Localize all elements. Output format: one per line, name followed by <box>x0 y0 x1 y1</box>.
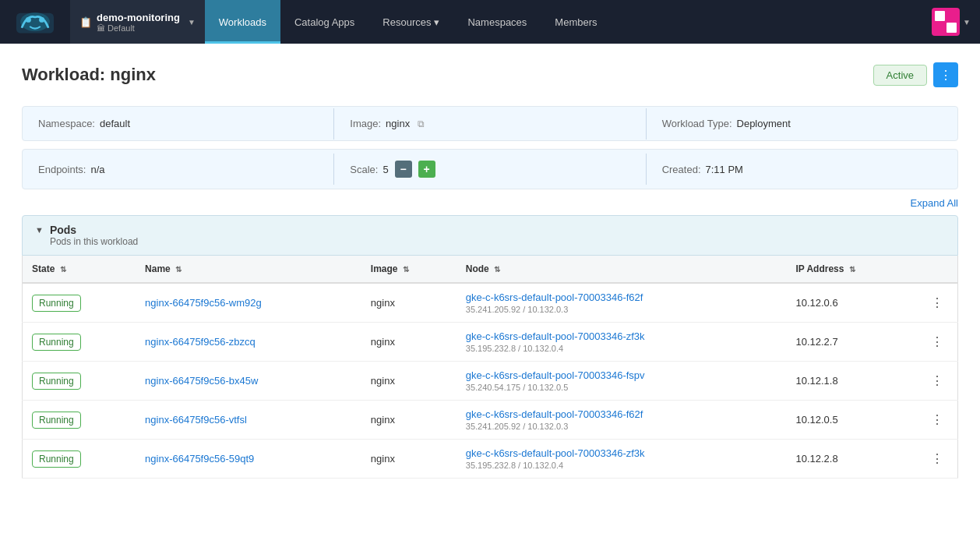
table-header-row: State ⇅ Name ⇅ Image ⇅ Node ⇅ <box>23 256 958 283</box>
pod-image-cell: nginx <box>361 283 457 323</box>
nav-link-members[interactable]: Members <box>541 0 611 44</box>
pod-actions-cell: ⋮ <box>917 283 958 323</box>
pod-actions-cell: ⋮ <box>917 362 958 401</box>
col-state[interactable]: State ⇅ <box>23 256 136 283</box>
pods-header: ▼ Pods Pods in this workload <box>22 215 958 256</box>
pod-actions-cell: ⋮ <box>917 323 958 362</box>
pod-node-link[interactable]: gke-c-k6srs-default-pool-70003346-zf3k <box>466 330 645 342</box>
pod-node-link[interactable]: gke-c-k6srs-default-pool-70003346-f62f <box>466 291 643 303</box>
pod-ip-cell: 10.12.2.7 <box>786 323 917 362</box>
pod-node-ip: 35.241.205.92 / 10.132.0.3 <box>466 422 777 431</box>
pod-state-cell: Running <box>23 362 136 401</box>
namespace-field: Namespace: default <box>23 107 333 140</box>
pod-state-cell: Running <box>23 323 136 362</box>
pod-node-ip: 35.241.205.92 / 10.132.0.3 <box>466 305 777 314</box>
scale-decrease-button[interactable]: − <box>395 161 412 178</box>
nav-project-selector[interactable]: 📋 demo-monitoring 🏛 Default ▼ <box>70 0 205 44</box>
status-badge: Active <box>873 65 927 86</box>
col-ip[interactable]: IP Address ⇅ <box>786 256 917 283</box>
state-badge: Running <box>32 373 81 390</box>
nav-logo[interactable] <box>0 0 70 44</box>
pod-row-menu-button[interactable]: ⋮ <box>926 372 948 390</box>
pod-row-menu-button[interactable]: ⋮ <box>926 294 948 312</box>
pod-node-cell: gke-c-k6srs-default-pool-70003346-zf3k 3… <box>457 440 787 479</box>
pod-image-cell: nginx <box>361 401 457 440</box>
scale-increase-button[interactable]: + <box>418 161 435 178</box>
pods-collapse-icon[interactable]: ▼ <box>35 225 44 235</box>
name-sort-icon: ⇅ <box>175 265 182 274</box>
pod-name-cell: nginx-66475f9c56-bx45w <box>136 362 361 401</box>
copy-image-icon[interactable]: ⧉ <box>418 118 425 129</box>
pod-node-link[interactable]: gke-c-k6srs-default-pool-70003346-f62f <box>466 408 643 420</box>
pod-image-cell: nginx <box>361 323 457 362</box>
pod-node-cell: gke-c-k6srs-default-pool-70003346-f62f 3… <box>457 283 787 323</box>
created-field: Created: 7:11 PM <box>647 153 957 186</box>
table-row: Running nginx-66475f9c56-zbzcq nginx gke… <box>23 323 958 362</box>
state-badge: Running <box>32 412 81 429</box>
svg-point-2 <box>26 17 31 23</box>
pod-name-link[interactable]: nginx-66475f9c56-bx45w <box>145 375 258 387</box>
pod-name-link[interactable]: nginx-66475f9c56-zbzcq <box>145 336 256 348</box>
actions-menu-button[interactable]: ⋮ <box>933 62 958 87</box>
project-icon: 📋 <box>79 16 92 28</box>
table-row: Running nginx-66475f9c56-vtfsl nginx gke… <box>23 401 958 440</box>
pod-name-cell: nginx-66475f9c56-wm92g <box>136 283 361 323</box>
nav-link-resources[interactable]: Resources ▾ <box>368 0 453 44</box>
pod-name-link[interactable]: nginx-66475f9c56-59qt9 <box>145 453 254 465</box>
pods-title: Pods <box>50 224 138 236</box>
user-menu-chevron-icon[interactable]: ▼ <box>963 18 971 26</box>
pod-name-cell: nginx-66475f9c56-59qt9 <box>136 440 361 479</box>
pod-name-cell: nginx-66475f9c56-zbzcq <box>136 323 361 362</box>
pod-name-cell: nginx-66475f9c56-vtfsl <box>136 401 361 440</box>
pod-ip-cell: 10.12.2.8 <box>786 440 917 479</box>
expand-all-container: Expand All <box>22 197 958 209</box>
nav-links: Workloads Catalog Apps Resources ▾ Names… <box>205 0 922 44</box>
pod-ip-cell: 10.12.0.5 <box>786 401 917 440</box>
pod-ip-cell: 10.12.1.8 <box>786 362 917 401</box>
nav-right: ▼ <box>922 0 980 44</box>
pod-image-cell: nginx <box>361 362 457 401</box>
pod-name-link[interactable]: nginx-66475f9c56-vtfsl <box>145 414 247 426</box>
project-default: 🏛 Default <box>97 23 180 33</box>
pod-state-cell: Running <box>23 283 136 323</box>
pod-node-ip: 35.195.232.8 / 10.132.0.4 <box>466 461 777 470</box>
scale-field: Scale: 5 − + <box>334 150 645 189</box>
project-chevron-icon: ▼ <box>188 18 196 26</box>
expand-all-link[interactable]: Expand All <box>911 197 958 209</box>
col-name[interactable]: Name ⇅ <box>136 256 361 283</box>
pod-node-link[interactable]: gke-c-k6srs-default-pool-70003346-zf3k <box>466 447 645 459</box>
pod-actions-cell: ⋮ <box>917 440 958 479</box>
nav-link-namespaces[interactable]: Namespaces <box>453 0 541 44</box>
pod-node-link[interactable]: gke-c-k6srs-default-pool-70003346-fspv <box>466 369 645 381</box>
pod-node-cell: gke-c-k6srs-default-pool-70003346-fspv 3… <box>457 362 787 401</box>
state-badge: Running <box>32 334 81 351</box>
pod-image-cell: nginx <box>361 440 457 479</box>
table-row: Running nginx-66475f9c56-59qt9 nginx gke… <box>23 440 958 479</box>
image-field: Image: nginx ⧉ <box>334 107 645 140</box>
pod-row-menu-button[interactable]: ⋮ <box>926 450 948 468</box>
state-badge: Running <box>32 295 81 312</box>
page-title: Workload: nginx <box>22 65 156 85</box>
nav-link-catalog-apps[interactable]: Catalog Apps <box>280 0 368 44</box>
pod-name-link[interactable]: nginx-66475f9c56-wm92g <box>145 297 262 309</box>
pods-subtitle: Pods in this workload <box>50 236 138 247</box>
pod-row-menu-button[interactable]: ⋮ <box>926 333 948 351</box>
kebab-menu-icon: ⋮ <box>939 68 952 83</box>
info-card-row1: Namespace: default Image: nginx ⧉ Worklo… <box>22 106 958 141</box>
nav-link-workloads[interactable]: Workloads <box>205 0 280 44</box>
project-name: demo-monitoring <box>97 12 180 23</box>
user-avatar[interactable] <box>932 8 960 36</box>
pod-node-ip: 35.195.232.8 / 10.132.0.4 <box>466 344 777 353</box>
resources-chevron-icon: ▾ <box>434 16 439 28</box>
ip-sort-icon: ⇅ <box>849 265 855 274</box>
info-card-row2: Endpoints: n/a Scale: 5 − + Created: 7:1… <box>22 149 958 189</box>
page-content: Workload: nginx Active ⋮ Namespace: defa… <box>0 44 980 497</box>
pod-row-menu-button[interactable]: ⋮ <box>926 411 948 429</box>
header-actions: Active ⋮ <box>873 62 958 87</box>
image-sort-icon: ⇅ <box>403 265 409 274</box>
table-row: Running nginx-66475f9c56-wm92g nginx gke… <box>23 283 958 323</box>
pods-section: Expand All ▼ Pods Pods in this workload … <box>22 197 958 479</box>
col-image[interactable]: Image ⇅ <box>361 256 457 283</box>
col-node[interactable]: Node ⇅ <box>457 256 787 283</box>
scale-controls: 5 − + <box>382 161 435 178</box>
